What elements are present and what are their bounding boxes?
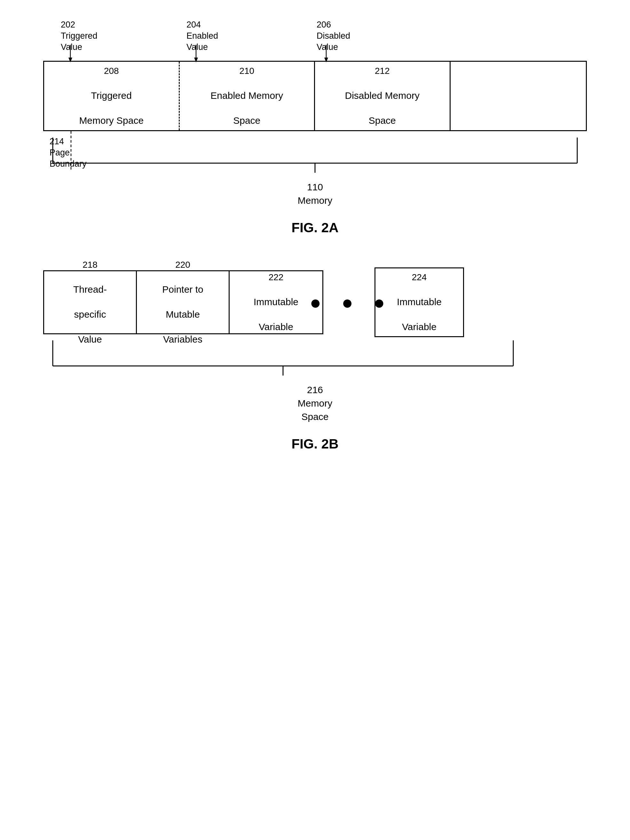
fig2b-caption: FIG. 2B (25, 436, 605, 452)
label-214: 214 Page Boundary (50, 136, 87, 169)
label-110: 110 Memory (43, 180, 587, 207)
cell-218: 218 Thread- specific Value (44, 271, 137, 333)
label-204: 204 Enabled Value (186, 19, 218, 53)
brace-2b (43, 337, 587, 385)
cell-220: 220 Pointer to Mutable Variables (137, 271, 230, 333)
brace-section-2a: 214 Page Boundary (43, 131, 587, 207)
brace-2a (43, 131, 587, 182)
arrow-202 (67, 45, 74, 62)
cells-main-group: 218 Thread- specific Value 220 Pointer t… (43, 270, 323, 334)
cell-212: 212 Disabled Memory Space (315, 62, 451, 130)
label-206: 206 Disabled Value (317, 19, 350, 53)
fig2a-caption: FIG. 2A (25, 220, 605, 235)
page-boundary-line (70, 131, 72, 169)
cell-222: 222 Immutable Variable (230, 271, 322, 333)
fig2b-section: 218 Thread- specific Value 220 Pointer t… (25, 267, 605, 452)
label-216: 216 Memory Space (43, 383, 587, 423)
top-labels-row: 202 Triggered Value 204 Enabled Value (43, 19, 587, 61)
cell-208: 208 Triggered Memory Space (44, 62, 180, 130)
cell-empty (451, 62, 586, 130)
memory-bar-2b: 218 Thread- specific Value 220 Pointer t… (43, 267, 587, 337)
cell-224: 224 Immutable Variable (374, 267, 464, 337)
fig2a-container: 202 Triggered Value 204 Enabled Value (43, 19, 587, 207)
memory-bar-2a: 208 Triggered Memory Space 210 Enabled M… (43, 61, 587, 131)
label-202: 202 Triggered Value (61, 19, 98, 53)
arrow-206 (323, 45, 329, 62)
brace-section-2b: 216 Memory Space (43, 337, 587, 423)
ellipsis-dots: ● ● ● (323, 291, 374, 313)
fig2a-section: 202 Triggered Value 204 Enabled Value (25, 19, 605, 235)
fig2b-container: 218 Thread- specific Value 220 Pointer t… (43, 267, 587, 423)
arrow-204 (193, 45, 199, 62)
cell-210: 210 Enabled Memory Space (180, 62, 315, 130)
